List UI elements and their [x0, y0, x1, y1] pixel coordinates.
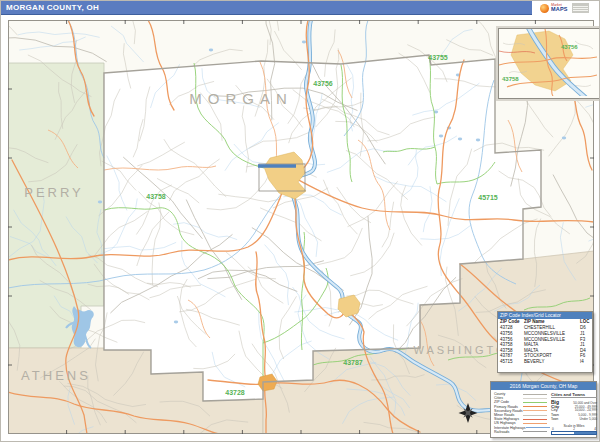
pond: [209, 49, 213, 52]
legend-swatch: [523, 423, 547, 424]
inset-map: 43758 43756: [498, 28, 600, 99]
map-page: MORGAN COUNTY, OH Market MAPS MORGANPERR…: [0, 0, 600, 442]
zip-table-header: ZIP Code Index/Grid Locator: [498, 312, 592, 319]
pond: [439, 135, 443, 138]
zip-table-row: 45715BEVERLYI4: [498, 359, 592, 365]
legend-swatch: [523, 419, 547, 420]
legend-swatch: [523, 406, 547, 407]
pond: [476, 139, 480, 142]
zip-code-label: 45715: [478, 194, 498, 201]
zip-code-label: 43728: [225, 389, 245, 396]
pond: [174, 321, 178, 324]
logo-text-bottom: MAPS: [551, 7, 568, 13]
legend-swatch: [523, 410, 547, 411]
zip-code-label: 43755: [428, 54, 448, 61]
legend-swatch: [523, 402, 547, 403]
map-legend: 2016 Morgan County, OH Map CountyCitiesZ…: [490, 381, 597, 438]
legend-swatch: [523, 415, 547, 416]
legend-header: 2016 Morgan County, OH Map: [491, 382, 596, 390]
title-bar: MORGAN COUNTY, OH: [1, 1, 532, 15]
legend-swatch: [523, 431, 547, 432]
pond: [98, 201, 102, 204]
legend-item: Railroads: [494, 430, 547, 434]
publisher-logo: Market MAPS: [532, 1, 600, 15]
cities-towns-header: Cities and Towns: [551, 392, 597, 398]
county-label: MORGAN: [189, 90, 293, 107]
zip-code-label: 43756: [313, 80, 333, 87]
logo-fineprint: [572, 3, 589, 13]
county-label: PERRY: [24, 185, 84, 200]
pond: [458, 138, 462, 141]
zip-index-table: ZIP Code Index/Grid Locator ZIP Code ZIP…: [497, 311, 593, 373]
cities-towns-list: Big50,000 and OverCity25,000 - 49,999Cit…: [551, 399, 597, 422]
inset-map-svg: 43758 43756: [499, 29, 597, 96]
county-label: ATHENS: [21, 368, 91, 383]
scale-bar: [551, 431, 597, 436]
pond: [302, 41, 306, 44]
pond: [562, 137, 566, 140]
zip-code-label: 43758: [146, 193, 166, 200]
legend-swatch: [526, 427, 550, 428]
logo-globe-icon: [540, 4, 549, 13]
inset-zip-label-left: 43758: [502, 76, 519, 82]
legend-swatch: [523, 394, 547, 395]
scale-bar-block: Scale in Miles 024: [551, 424, 597, 436]
legend-swatch: [523, 398, 547, 399]
zip-table-rows: 43728CHESTERHILLD643756MCCONNELSVILLEJ14…: [498, 325, 592, 364]
city-class-row: TownUnder 5,000: [551, 417, 597, 422]
zip-code-label: 43787: [343, 359, 363, 366]
legend-symbol-list: CountyCitiesZIP CodePrimary RoadsSeconda…: [494, 392, 547, 435]
inset-zip-label-right: 43756: [561, 44, 578, 50]
page-title: MORGAN COUNTY, OH: [1, 1, 532, 14]
